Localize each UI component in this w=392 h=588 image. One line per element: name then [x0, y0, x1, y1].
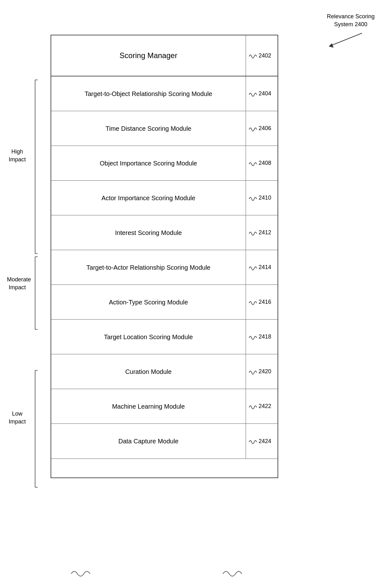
moderate-impact-bracket: [29, 255, 38, 331]
module-row-2410: Actor Importance Scoring Module 2410: [51, 181, 278, 215]
module-ref-2402: 2402: [246, 35, 278, 76]
tilde-icon-2424: [248, 438, 257, 445]
moderate-impact-label: ModerateImpact: [7, 255, 28, 291]
low-impact-label: LowImpact: [7, 369, 28, 426]
ref-number-2418: 2418: [259, 333, 271, 340]
module-row-2418: Target Location Scoring Module 2418: [51, 320, 278, 354]
tilde-icon-2408: [248, 160, 257, 167]
ref-number-2414: 2414: [259, 264, 271, 271]
module-ref-2414: 2414: [246, 250, 278, 285]
ref-number-2408: 2408: [259, 160, 271, 166]
module-label-2408: Object Importance Scoring Module: [51, 146, 246, 180]
module-label-2418: Target Location Scoring Module: [51, 320, 246, 354]
svg-marker-1: [329, 43, 334, 48]
module-label-2420: Curation Module: [51, 354, 246, 389]
module-label-2416: Action-Type Scoring Module: [51, 285, 246, 319]
high-impact-group: HighImpact: [7, 78, 38, 255]
module-ref-2416: 2416: [246, 285, 278, 319]
ref-number-2420: 2420: [259, 368, 271, 375]
module-row-2406: Time Distance Scoring Module 2406: [51, 111, 278, 146]
high-impact-label: HighImpact: [7, 78, 28, 164]
diagram-wrapper: Scoring Manager 2402 Target-to-Object Re…: [51, 35, 278, 478]
moderate-impact-group: ModerateImpact: [7, 255, 38, 331]
tilde-icon-2404: [248, 90, 257, 97]
module-row-2414: Target-to-Actor Relationship Scoring Mod…: [51, 250, 278, 285]
module-ref-2404: 2404: [246, 76, 278, 111]
tilde-icon-2402: [248, 52, 257, 59]
module-row-2404: Target-to-Object Relationship Scoring Mo…: [51, 76, 278, 111]
ref-number-2410: 2410: [259, 195, 271, 201]
module-ref-2422: 2422: [246, 389, 278, 423]
module-label-2404: Target-to-Object Relationship Scoring Mo…: [51, 76, 246, 111]
module-ref-2412: 2412: [246, 215, 278, 250]
tilde-icon-2406: [248, 125, 257, 132]
empty-bottom-row: [51, 459, 278, 477]
low-impact-bracket: [29, 369, 38, 489]
module-ref-2406: 2406: [246, 111, 278, 146]
ref-number-2404: 2404: [259, 90, 271, 97]
tilde-icon-2412: [248, 229, 257, 236]
module-label-2406: Time Distance Scoring Module: [51, 111, 246, 146]
module-ref-2420: 2420: [246, 354, 278, 389]
module-ref-2424: 2424: [246, 424, 278, 459]
module-ref-2408: 2408: [246, 146, 278, 180]
module-row-2416: Action-Type Scoring Module 2416: [51, 285, 278, 320]
module-label-2410: Actor Importance Scoring Module: [51, 181, 246, 215]
ref-number-2412: 2412: [259, 229, 271, 236]
module-row-2402: Scoring Manager 2402: [51, 35, 278, 76]
tilde-icon-2414: [248, 264, 257, 271]
system-title: Relevance Scoring System 2400: [327, 13, 375, 28]
ref-number-2416: 2416: [259, 299, 271, 305]
module-row-2408: Object Importance Scoring Module 2408: [51, 146, 278, 181]
module-label-2424: Data Capture Module: [51, 424, 246, 459]
module-row-2424: Data Capture Module 2424: [51, 424, 278, 459]
system-arrow: [311, 30, 375, 49]
module-row-2422: Machine Learning Module 2422: [51, 389, 278, 424]
tilde-icon-2418: [248, 333, 257, 340]
ref-number-2402: 2402: [259, 52, 271, 59]
ref-number-2422: 2422: [259, 403, 271, 410]
tilde-icon-2410: [248, 195, 257, 201]
module-row-2412: Interest Scoring Module 2412: [51, 215, 278, 250]
svg-line-0: [330, 33, 362, 46]
ref-number-2424: 2424: [259, 438, 271, 445]
page-container: Relevance Scoring System 2400 Scoring Ma…: [0, 0, 392, 588]
ref-number-2406: 2406: [259, 125, 271, 132]
tilde-icon-2416: [248, 299, 257, 306]
module-label-2402: Scoring Manager: [51, 35, 246, 76]
module-label-2422: Machine Learning Module: [51, 389, 246, 423]
bottom-squiggle-right: [221, 567, 247, 580]
module-ref-2418: 2418: [246, 320, 278, 354]
module-ref-2410: 2410: [246, 181, 278, 215]
outer-box: Scoring Manager 2402 Target-to-Object Re…: [51, 35, 278, 478]
module-label-2414: Target-to-Actor Relationship Scoring Mod…: [51, 250, 246, 285]
high-impact-bracket: [29, 78, 38, 255]
tilde-icon-2422: [248, 403, 257, 410]
module-row-2420: Curation Module 2420: [51, 354, 278, 389]
system-title-text: Relevance Scoring System 2400: [327, 13, 375, 28]
module-label-2412: Interest Scoring Module: [51, 215, 246, 250]
low-impact-group: LowImpact: [7, 369, 38, 489]
bottom-squiggle-left: [70, 567, 95, 580]
tilde-icon-2420: [248, 368, 257, 375]
